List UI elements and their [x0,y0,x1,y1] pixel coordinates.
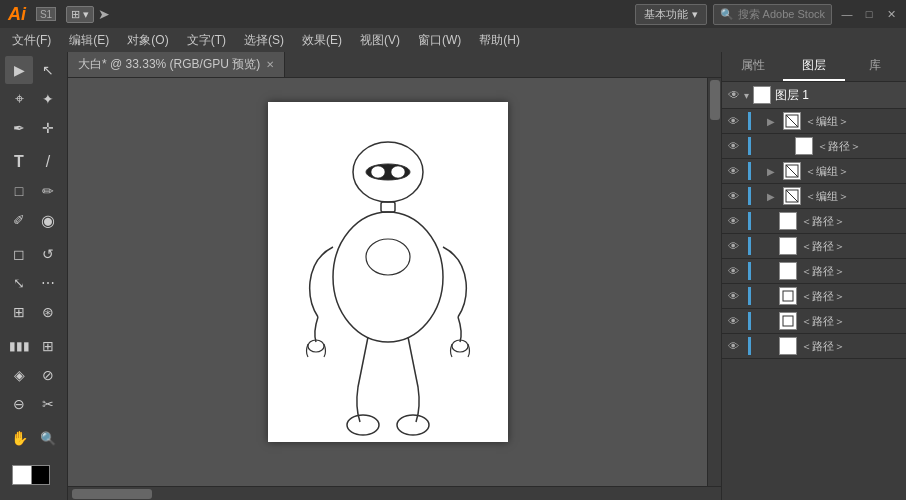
search-box[interactable]: 🔍 搜索 Adobe Stock [713,4,832,25]
item-eye-icon[interactable]: 👁 [728,190,744,202]
layer-visibility-toggle[interactable]: 👁 [728,88,740,102]
symbol-tool[interactable]: ⊛ [34,298,62,326]
bg-color-swatch[interactable] [30,465,50,485]
pencil-tool[interactable]: ✐ [5,206,33,234]
menu-编辑[interactable]: 编辑(E) [61,30,117,51]
hscroll-thumb[interactable] [72,489,152,499]
free-transform-tool[interactable]: ⊞ [5,298,33,326]
send-icon[interactable]: ➤ [98,6,110,22]
fg-color-swatch[interactable] [12,465,32,485]
tool-row-scale: ⤡ ⋯ [2,269,65,297]
eraser-tool[interactable]: ◻ [5,240,33,268]
blue-indicator [748,112,751,130]
layer-item-path1[interactable]: 👁 ＜路径＞ [722,134,906,159]
layer-item-path6[interactable]: 👁 ＜路径＞ [722,309,906,334]
layer-item-path4[interactable]: 👁 ＜路径＞ [722,259,906,284]
scissors-tool[interactable]: ✂ [34,390,62,418]
type-tool[interactable]: T [5,148,33,176]
tab-close-button[interactable]: ✕ [266,59,274,70]
menu-帮助[interactable]: 帮助(H) [471,30,528,51]
item-label: ＜路径＞ [801,264,900,279]
svg-point-3 [391,166,405,178]
pen-tool[interactable]: ✒ [5,114,33,142]
layer-item-path5[interactable]: 👁 ＜路径＞ [722,284,906,309]
lasso-tool[interactable]: ⌖ [5,85,33,113]
svg-point-5 [333,212,443,342]
warp-tool[interactable]: ⋯ [34,269,62,297]
svg-line-12 [786,115,798,127]
rect-tool[interactable]: □ [5,177,33,205]
maximize-button[interactable]: □ [862,7,876,21]
vscroll-thumb[interactable] [710,80,720,120]
graph-tool[interactable]: ▮▮▮ [5,332,33,360]
vertical-scrollbar[interactable] [707,78,721,486]
line-tool[interactable]: / [34,148,62,176]
direct-select-tool[interactable]: ↖ [34,56,62,84]
properties-tab[interactable]: 属性 [722,52,783,81]
menu-对象[interactable]: 对象(O) [119,30,176,51]
menu-视图[interactable]: 视图(V) [352,30,408,51]
tool-row-select: ▶ ↖ [2,56,65,84]
svg-point-9 [347,415,379,435]
close-button[interactable]: ✕ [884,7,898,21]
mesh-tool[interactable]: ⊞ [34,332,62,360]
expand-arrow[interactable]: ▶ [767,166,779,177]
tab-label: 大白* @ 33.33% (RGB/GPU 预览) [78,56,260,73]
toolbar: ▶ ↖ ⌖ ✦ ✒ ✛ T / □ ✏ ✐ ◉ ◻ ↺ ⤡ [0,52,68,500]
item-eye-icon[interactable]: 👁 [728,240,744,252]
expand-arrow[interactable]: ▶ [767,116,779,127]
menu-效果[interactable]: 效果(E) [294,30,350,51]
item-eye-icon[interactable]: 👁 [728,140,744,152]
layer-item-path3[interactable]: 👁 ＜路径＞ [722,234,906,259]
canvas-container[interactable] [68,78,707,486]
item-thumb [783,162,801,180]
item-eye-icon[interactable]: 👁 [728,265,744,277]
library-tab[interactable]: 库 [845,52,906,81]
menu-文件[interactable]: 文件(F) [4,30,59,51]
eyedropper-tool[interactable]: ⊘ [34,361,62,389]
item-label: ＜编组＞ [805,164,900,179]
document-tab[interactable]: 大白* @ 33.33% (RGB/GPU 预览) ✕ [68,52,285,77]
item-eye-icon[interactable]: 👁 [728,165,744,177]
zoom-tool[interactable]: 🔍 [34,424,62,452]
layer-item-group1[interactable]: 👁 ▶ ＜编组＞ [722,109,906,134]
blob-tool[interactable]: ◉ [34,206,62,234]
item-label: ＜路径＞ [801,339,900,354]
brush-tool[interactable]: ✏ [34,177,62,205]
item-eye-icon[interactable]: 👁 [728,115,744,127]
rotate-tool[interactable]: ↺ [34,240,62,268]
layer-expand-arrow[interactable]: ▾ [744,90,749,101]
layers-tab[interactable]: 图层 [783,52,844,81]
panel-tabs: 属性 图层 库 [722,52,906,82]
tool-row-type: T / [2,148,65,176]
menu-文字[interactable]: 文字(T) [179,30,234,51]
item-label: ＜路径＞ [801,239,900,254]
item-eye-icon[interactable]: 👁 [728,340,744,352]
item-eye-icon[interactable]: 👁 [728,315,744,327]
blue-indicator [748,287,751,305]
item-eye-icon[interactable]: 👁 [728,290,744,302]
layer-item-group2[interactable]: 👁 ▶ ＜编组＞ [722,159,906,184]
app-logo: Ai [8,4,26,25]
layer-item-group3[interactable]: 👁 ▶ ＜编组＞ [722,184,906,209]
layer-header: 👁 ▾ 图层 1 [722,82,906,109]
anchor-tool[interactable]: ✛ [34,114,62,142]
blend-tool[interactable]: ⊖ [5,390,33,418]
layer-item-path7[interactable]: 👁 ＜路径＞ [722,334,906,359]
magic-wand-tool[interactable]: ✦ [34,85,62,113]
menu-窗口[interactable]: 窗口(W) [410,30,469,51]
minimize-button[interactable]: — [840,7,854,21]
gradient-tool[interactable]: ◈ [5,361,33,389]
layer-item-path2[interactable]: 👁 ＜路径＞ [722,209,906,234]
item-thumb [779,237,797,255]
func-selector[interactable]: 基本功能 ▾ [635,4,707,25]
horizontal-scrollbar[interactable] [68,486,721,500]
menu-选择[interactable]: 选择(S) [236,30,292,51]
scale-tool[interactable]: ⤡ [5,269,33,297]
item-eye-icon[interactable]: 👁 [728,215,744,227]
select-tool[interactable]: ▶ [5,56,33,84]
expand-arrow[interactable]: ▶ [767,191,779,202]
hand-tool[interactable]: ✋ [5,424,33,452]
grid-button[interactable]: ⊞ ▾ [66,6,94,23]
blue-indicator [748,137,751,155]
